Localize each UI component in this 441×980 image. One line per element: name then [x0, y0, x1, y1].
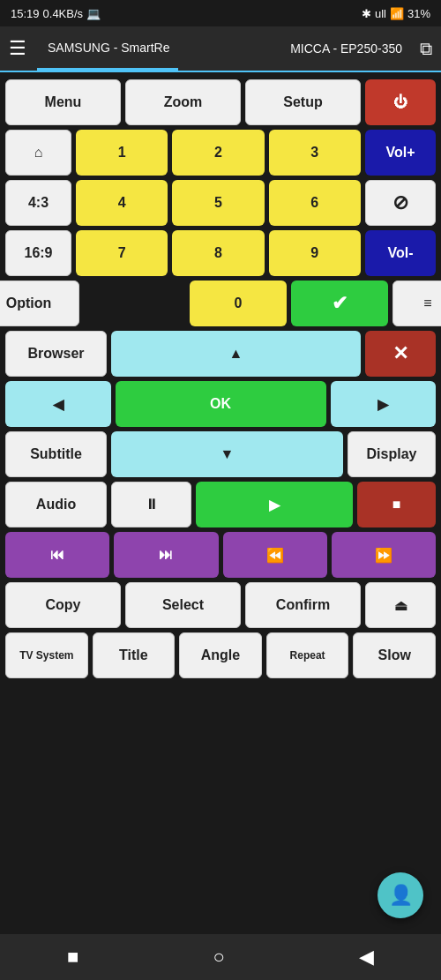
right-button[interactable]: ▶: [331, 381, 437, 427]
left-icon: ◀: [53, 396, 64, 413]
rewind-button[interactable]: ⏪: [223, 532, 327, 578]
num7-button[interactable]: 7: [76, 230, 168, 276]
signal-icon: ull: [375, 7, 386, 20]
row-10: ⏮ ⏭ ⏪ ⏩: [5, 532, 436, 578]
num3-button[interactable]: 3: [269, 130, 361, 176]
num9-button[interactable]: 9: [269, 230, 361, 276]
status-right: ✱ ull 📶 31%: [362, 7, 430, 20]
ratio-43-button[interactable]: 4:3: [5, 180, 71, 226]
title-button[interactable]: Title: [93, 632, 176, 678]
row-7: ◀ OK ▶: [5, 381, 436, 427]
play-icon: ▶: [269, 497, 280, 513]
check-button[interactable]: ✔: [291, 281, 388, 326]
row-5: Option 0 ✔ ≡: [5, 281, 436, 326]
up-button[interactable]: ▲: [111, 331, 361, 377]
option-button[interactable]: Option: [0, 281, 79, 326]
fab-icon: 👤: [389, 884, 413, 907]
confirm-button[interactable]: Confirm: [245, 582, 361, 628]
rewind-icon: ⏪: [266, 547, 284, 564]
num8-button[interactable]: 8: [172, 230, 264, 276]
num2-button[interactable]: 2: [172, 130, 264, 176]
stop-button[interactable]: ■: [357, 482, 436, 527]
pause-button[interactable]: ⏸: [111, 482, 191, 527]
row-8: Subtitle ▼ Display: [5, 431, 436, 477]
row-4: 16:9 7 8 9 Vol-: [5, 230, 436, 276]
time-display: 15:19: [11, 7, 40, 20]
bottom-square-button[interactable]: ■: [60, 939, 86, 976]
check-icon: ✔: [332, 292, 348, 315]
browser-button[interactable]: Browser: [5, 331, 107, 377]
cancel-icon: ⊘: [392, 191, 408, 214]
num5-button[interactable]: 5: [172, 180, 264, 226]
remote-control: Menu Zoom Setup ⏻ ⌂ 1 2 3 Vol+ 4:3: [0, 72, 441, 690]
cancel-button[interactable]: ⊘: [365, 180, 436, 226]
num6-button[interactable]: 6: [269, 180, 361, 226]
list-icon: ≡: [423, 295, 431, 311]
close-icon: ✕: [392, 342, 408, 365]
status-left: 15:19 0.4KB/s 💻: [11, 7, 101, 20]
right-icon: ▶: [377, 396, 388, 413]
down-button[interactable]: ▼: [111, 431, 343, 477]
close-button[interactable]: ✕: [365, 331, 436, 377]
row-11: Copy Select Confirm ⏏: [5, 582, 436, 628]
down-icon: ▼: [220, 446, 235, 462]
copy-icon[interactable]: ⧉: [420, 39, 432, 59]
repeat-button[interactable]: Repeat: [266, 632, 349, 678]
num1-button[interactable]: 1: [76, 130, 168, 176]
wifi-icon: 📶: [390, 7, 404, 20]
num0-button[interactable]: 0: [190, 281, 287, 326]
row-1: Menu Zoom Setup ⏻: [5, 79, 436, 125]
prev-prev-button[interactable]: ⏮: [5, 532, 109, 578]
select-button[interactable]: Select: [125, 582, 241, 628]
pause-icon: ⏸: [145, 497, 159, 512]
num4-button[interactable]: 4: [76, 180, 168, 226]
slow-button[interactable]: Slow: [353, 632, 436, 678]
play-button[interactable]: ▶: [196, 482, 353, 527]
eject-icon: ⏏: [394, 597, 407, 614]
angle-button[interactable]: Angle: [179, 632, 262, 678]
menu-button[interactable]: Menu: [5, 79, 121, 125]
subtitle-button[interactable]: Subtitle: [5, 431, 107, 477]
audio-button[interactable]: Audio: [5, 482, 107, 527]
bottom-back-button[interactable]: ◀: [352, 939, 381, 976]
tv-system-button[interactable]: TV System: [5, 632, 88, 678]
vol-minus-button[interactable]: Vol-: [365, 230, 436, 276]
prev-prev-icon: ⏮: [50, 547, 64, 563]
list-button[interactable]: ≡: [392, 281, 441, 326]
vol-plus-button[interactable]: Vol+: [365, 130, 436, 176]
zoom-button[interactable]: Zoom: [125, 79, 241, 125]
ok-button[interactable]: OK: [116, 381, 326, 427]
row-2: ⌂ 1 2 3 Vol+: [5, 130, 436, 176]
home-icon: ⌂: [34, 145, 43, 161]
hamburger-menu[interactable]: ☰: [9, 37, 26, 60]
data-speed: 0.4KB/s: [43, 7, 84, 20]
tab-micca[interactable]: MICCA - EP250-350: [280, 26, 413, 71]
setup-button[interactable]: Setup: [245, 79, 361, 125]
nav-tabs: SAMSUNG - SmartRe MICCA - EP250-350: [37, 26, 413, 71]
bottom-nav: ■ ○ ◀: [0, 934, 441, 980]
up-icon: ▲: [229, 346, 243, 362]
ratio-169-button[interactable]: 16:9: [5, 230, 71, 276]
fast-forward-icon: ⏩: [375, 547, 392, 564]
next-next-button[interactable]: ⏭: [114, 532, 218, 578]
row-3: 4:3 4 5 6 ⊘: [5, 180, 436, 226]
bottom-circle-button[interactable]: ○: [206, 939, 231, 976]
eject-button[interactable]: ⏏: [365, 582, 436, 628]
home-button[interactable]: ⌂: [5, 130, 71, 176]
left-button[interactable]: ◀: [5, 381, 111, 427]
nav-bar: ☰ SAMSUNG - SmartRe MICCA - EP250-350 ⧉: [0, 26, 441, 72]
row-6: Browser ▲ ✕: [5, 331, 436, 377]
next-next-icon: ⏭: [159, 547, 173, 563]
fast-forward-button[interactable]: ⏩: [332, 532, 436, 578]
status-bar: 15:19 0.4KB/s 💻 ✱ ull 📶 31%: [0, 0, 441, 26]
fab-button[interactable]: 👤: [377, 872, 423, 918]
row-9: Audio ⏸ ▶ ■: [5, 482, 436, 527]
power-icon: ⏻: [393, 94, 407, 110]
bluetooth-icon: ✱: [362, 7, 371, 20]
row-12: TV System Title Angle Repeat Slow: [5, 632, 436, 678]
stop-icon: ■: [392, 497, 401, 512]
tab-samsung[interactable]: SAMSUNG - SmartRe: [37, 26, 178, 71]
power-button[interactable]: ⏻: [365, 79, 436, 125]
display-button[interactable]: Display: [348, 431, 436, 477]
copy-button[interactable]: Copy: [5, 582, 121, 628]
